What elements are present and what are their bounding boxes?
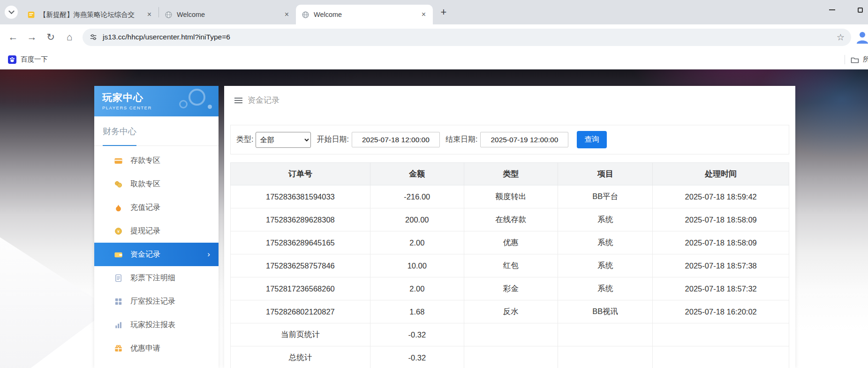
table-cell: 1.68: [370, 300, 464, 323]
table-cell: [464, 323, 558, 346]
forum-favicon-icon: [27, 11, 35, 19]
table-row: 17528362896451652.00优惠系统2025-07-18 18:58…: [231, 231, 789, 254]
menu-toggle-icon[interactable]: [234, 98, 242, 103]
deposit-card-icon: [114, 156, 123, 165]
page-content: 玩家中心 PLAYERS CENTER 财务中心 存款专区 取款专区: [0, 69, 868, 368]
new-tab-button[interactable]: +: [437, 5, 451, 19]
sidebar-item-label: 提现记录: [130, 226, 160, 236]
table-cell: [558, 346, 652, 368]
sidebar-item-hall-bet-records[interactable]: 厅室投注记录: [94, 290, 219, 313]
start-date-label: 开始日期:: [317, 135, 348, 145]
table-cell: 2025-07-18 18:57:38: [653, 254, 789, 277]
table-cell: 2025-07-18 18:57:32: [653, 277, 789, 300]
tab-title: Welcome: [314, 11, 415, 18]
table-cell: 额度转出: [464, 185, 558, 208]
sidebar-item-label: 优惠申请: [130, 344, 160, 353]
back-button[interactable]: ←: [4, 28, 23, 46]
start-date-input[interactable]: [352, 132, 440, 147]
tab-welcome-2-active[interactable]: Welcome ×: [296, 5, 433, 24]
table-cell: 系统: [558, 277, 652, 300]
sidebar-item-player-bet-report[interactable]: 玩家投注报表: [94, 313, 219, 337]
chevron-down-icon: [8, 8, 15, 14]
all-bookmarks-label: 所: [863, 55, 868, 64]
table-cell: BB视讯: [558, 300, 652, 323]
table-cell: 红包: [464, 254, 558, 277]
bookmark-baidu[interactable]: 百度一下: [8, 55, 48, 64]
table-cell: 2025-07-18 18:58:09: [653, 208, 789, 231]
sidebar-item-label: 充值记录: [130, 203, 160, 213]
page-title: 资金记录: [248, 95, 279, 106]
funds-record-panel: 资金记录 类型: 全部 开始日期: 结束日期: 查询 订单号金额类型项目处理时间: [224, 86, 795, 368]
decor-circle-icon: [208, 105, 212, 109]
tab-search-button[interactable]: [5, 6, 18, 19]
table-cell: 彩金: [464, 277, 558, 300]
table-cell: 在线存款: [464, 208, 558, 231]
active-item-arrow-icon: ›: [207, 250, 210, 259]
hall-bet-grid-icon: [114, 297, 123, 306]
table-cell: -0.32: [370, 346, 464, 368]
table-cell: 1752826802120827: [231, 300, 370, 323]
sidebar-item-label: 厅室投注记录: [130, 297, 175, 307]
table-cell: -0.32: [370, 323, 464, 346]
maximize-button[interactable]: [853, 3, 867, 17]
minimize-icon: [829, 9, 835, 10]
globe-favicon-icon: [302, 11, 309, 19]
address-bar[interactable]: js13.cc/hhcp/usercenter.html?iniType=6 ☆: [83, 29, 851, 46]
bookmark-star-icon[interactable]: ☆: [837, 32, 845, 43]
sidebar-item-funds-records[interactable]: 资金记录 ›: [94, 243, 219, 266]
decor-circle-icon: [179, 100, 188, 108]
tab-title: 【新提醒】海燕策略论坛综合交: [39, 10, 141, 19]
table-cell: BB平台: [558, 185, 652, 208]
refresh-button[interactable]: ↻: [41, 28, 60, 46]
decor-circle-icon: [189, 89, 205, 106]
sidebar-item-label: 存款专区: [130, 156, 160, 166]
cashout-coin-icon: ¥: [114, 227, 123, 236]
sidebar-item-cashout-records[interactable]: ¥ 提现记录: [94, 219, 219, 243]
browser-window: 【新提醒】海燕策略论坛综合交 × Welcome × Welcome × + ←…: [0, 0, 868, 368]
baidu-favicon-icon: [8, 55, 17, 64]
search-button[interactable]: 查询: [577, 131, 607, 148]
tab-forum[interactable]: 【新提醒】海燕策略论坛综合交 ×: [22, 5, 159, 24]
column-header: 订单号: [231, 163, 370, 185]
bookmarks-right-group: 所: [845, 55, 868, 64]
table-cell: 系统: [558, 231, 652, 254]
tab-welcome-1[interactable]: Welcome ×: [159, 5, 296, 24]
forward-button[interactable]: →: [23, 28, 41, 46]
svg-text:¥: ¥: [117, 229, 120, 233]
table-row: 1752836289628308200.00在线存款系统2025-07-18 1…: [231, 208, 789, 231]
sidebar-item-label: 取款专区: [130, 179, 160, 189]
sidebar-item-withdraw-zone[interactable]: 取款专区: [94, 172, 219, 196]
tab-close-icon[interactable]: ×: [145, 10, 154, 19]
sidebar-item-promo-apply[interactable]: 优惠申请: [94, 337, 219, 360]
table-row: 17528172365682602.00彩金系统2025-07-18 18:57…: [231, 277, 789, 300]
globe-favicon-icon: [165, 11, 173, 19]
table-cell: 系统: [558, 208, 652, 231]
sidebar-menu: 存款专区 取款专区 充值记录 ¥ 提现记录 资金记录 ›: [94, 146, 219, 360]
table-cell: [464, 346, 558, 368]
end-date-input[interactable]: [480, 132, 568, 147]
sidebar-header: 玩家中心 PLAYERS CENTER: [94, 86, 219, 116]
type-select[interactable]: 全部: [256, 132, 311, 148]
promo-gift-icon: [114, 344, 123, 353]
column-header: 金额: [370, 163, 464, 185]
sidebar-item-recharge-records[interactable]: 充值记录: [94, 196, 219, 219]
section-label: 财务中心: [103, 127, 136, 136]
table-cell: 系统: [558, 254, 652, 277]
all-bookmarks-button[interactable]: 所: [850, 55, 868, 64]
sidebar-item-lottery-bet-details[interactable]: 彩票下注明细: [94, 266, 219, 290]
table-row: 当前页统计-0.32: [231, 323, 789, 346]
tab-close-icon[interactable]: ×: [419, 10, 428, 19]
tab-bar: 【新提醒】海燕策略论坛综合交 × Welcome × Welcome × +: [0, 0, 868, 24]
profile-avatar-icon[interactable]: [855, 30, 868, 45]
table-cell: [558, 323, 652, 346]
table-cell: 2025-07-18 16:20:02: [653, 300, 789, 323]
table-cell: 1752836258757846: [231, 254, 370, 277]
sidebar-item-deposit-zone[interactable]: 存款专区: [94, 149, 219, 172]
minimize-button[interactable]: [825, 3, 839, 17]
home-button[interactable]: ⌂: [60, 28, 79, 46]
folder-icon: [850, 55, 860, 64]
background-wedge: [0, 208, 110, 368]
table-cell: [653, 346, 789, 368]
tab-close-icon[interactable]: ×: [282, 10, 291, 19]
column-header: 处理时间: [653, 163, 789, 185]
